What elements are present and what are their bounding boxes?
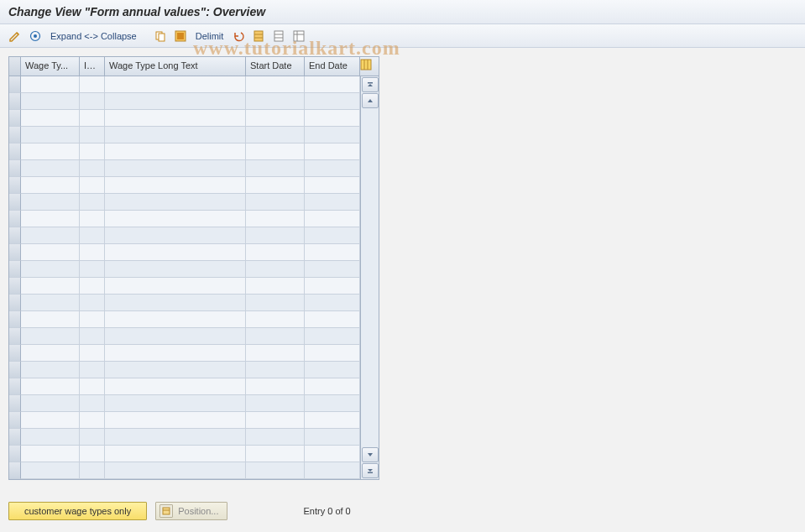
row-selector[interactable] (9, 177, 21, 194)
cell-long-text[interactable] (105, 328, 246, 345)
cell-infotype[interactable] (80, 328, 105, 345)
cell-infotype[interactable] (80, 462, 105, 479)
row-selector[interactable] (9, 328, 21, 345)
table-settings-icon[interactable] (290, 28, 307, 44)
cell-end-date[interactable] (305, 295, 360, 311)
scroll-top-icon[interactable] (362, 77, 379, 92)
vertical-scrollbar[interactable] (360, 76, 379, 479)
cell-end-date[interactable] (305, 395, 360, 412)
cell-long-text[interactable] (105, 261, 246, 278)
cell-infotype[interactable] (80, 261, 105, 278)
row-selector[interactable] (9, 378, 21, 395)
cell-wage-type[interactable] (21, 244, 80, 261)
cell-end-date[interactable] (305, 177, 360, 194)
other-view-icon[interactable] (27, 28, 44, 44)
cell-end-date[interactable] (305, 160, 360, 177)
cell-end-date[interactable] (305, 362, 360, 378)
table-row[interactable] (9, 194, 360, 211)
cell-infotype[interactable] (80, 362, 105, 378)
table-row[interactable] (9, 110, 360, 127)
cell-long-text[interactable] (105, 177, 246, 194)
select-all-icon[interactable] (172, 28, 189, 44)
cell-wage-type[interactable] (21, 278, 80, 295)
cell-long-text[interactable] (105, 143, 246, 160)
cell-start-date[interactable] (246, 446, 305, 462)
cell-infotype[interactable] (80, 429, 105, 446)
scroll-up-icon[interactable] (362, 93, 379, 108)
row-selector[interactable] (9, 395, 21, 412)
row-selector[interactable] (9, 211, 21, 227)
cell-wage-type[interactable] (21, 76, 80, 93)
delimit-button[interactable]: Delimit (192, 31, 227, 41)
cell-long-text[interactable] (105, 244, 246, 261)
cell-end-date[interactable] (305, 462, 360, 479)
cell-end-date[interactable] (305, 93, 360, 110)
cell-wage-type[interactable] (21, 261, 80, 278)
cell-wage-type[interactable] (21, 211, 80, 227)
cell-infotype[interactable] (80, 311, 105, 328)
cell-end-date[interactable] (305, 261, 360, 278)
cell-wage-type[interactable] (21, 378, 80, 395)
cell-long-text[interactable] (105, 160, 246, 177)
cell-long-text[interactable] (105, 462, 246, 479)
cell-wage-type[interactable] (21, 110, 80, 127)
cell-end-date[interactable] (305, 244, 360, 261)
table-row[interactable] (9, 177, 360, 194)
cell-start-date[interactable] (246, 378, 305, 395)
col-wage-type[interactable]: Wage Ty... (21, 57, 80, 76)
undo-icon[interactable] (230, 28, 247, 44)
row-selector[interactable] (9, 227, 21, 244)
cell-infotype[interactable] (80, 446, 105, 462)
cell-infotype[interactable] (80, 177, 105, 194)
cell-start-date[interactable] (246, 362, 305, 378)
cell-wage-type[interactable] (21, 93, 80, 110)
cell-wage-type[interactable] (21, 362, 80, 378)
cell-long-text[interactable] (105, 76, 246, 93)
cell-infotype[interactable] (80, 194, 105, 211)
cell-long-text[interactable] (105, 429, 246, 446)
cell-end-date[interactable] (305, 127, 360, 143)
table-row[interactable] (9, 127, 360, 143)
cell-start-date[interactable] (246, 93, 305, 110)
cell-long-text[interactable] (105, 295, 246, 311)
cell-end-date[interactable] (305, 194, 360, 211)
cell-end-date[interactable] (305, 211, 360, 227)
row-selector[interactable] (9, 127, 21, 143)
table-row[interactable] (9, 345, 360, 362)
table-row[interactable] (9, 395, 360, 412)
expand-collapse-button[interactable]: Expand <-> Collapse (47, 31, 140, 41)
column-config-icon[interactable] (360, 57, 379, 76)
cell-end-date[interactable] (305, 76, 360, 93)
cell-end-date[interactable] (305, 278, 360, 295)
grid-header-selector[interactable] (9, 57, 21, 76)
table-row[interactable] (9, 412, 360, 429)
cell-infotype[interactable] (80, 345, 105, 362)
cell-end-date[interactable] (305, 143, 360, 160)
cell-long-text[interactable] (105, 93, 246, 110)
col-long-text[interactable]: Wage Type Long Text (105, 57, 246, 76)
table-row[interactable] (9, 311, 360, 328)
row-selector[interactable] (9, 412, 21, 429)
cell-wage-type[interactable] (21, 395, 80, 412)
cell-wage-type[interactable] (21, 311, 80, 328)
cell-end-date[interactable] (305, 328, 360, 345)
row-selector[interactable] (9, 261, 21, 278)
cell-infotype[interactable] (80, 143, 105, 160)
customer-wage-types-button[interactable]: customer wage types only (8, 502, 147, 520)
cell-long-text[interactable] (105, 395, 246, 412)
row-selector[interactable] (9, 160, 21, 177)
copy-icon[interactable] (152, 28, 169, 44)
cell-infotype[interactable] (80, 278, 105, 295)
cell-start-date[interactable] (246, 143, 305, 160)
table-row[interactable] (9, 93, 360, 110)
cell-wage-type[interactable] (21, 227, 80, 244)
table-row[interactable] (9, 278, 360, 295)
cell-start-date[interactable] (246, 462, 305, 479)
table-row[interactable] (9, 328, 360, 345)
cell-wage-type[interactable] (21, 446, 80, 462)
table-row[interactable] (9, 378, 360, 395)
cell-end-date[interactable] (305, 429, 360, 446)
cell-wage-type[interactable] (21, 143, 80, 160)
cell-wage-type[interactable] (21, 328, 80, 345)
cell-start-date[interactable] (246, 194, 305, 211)
